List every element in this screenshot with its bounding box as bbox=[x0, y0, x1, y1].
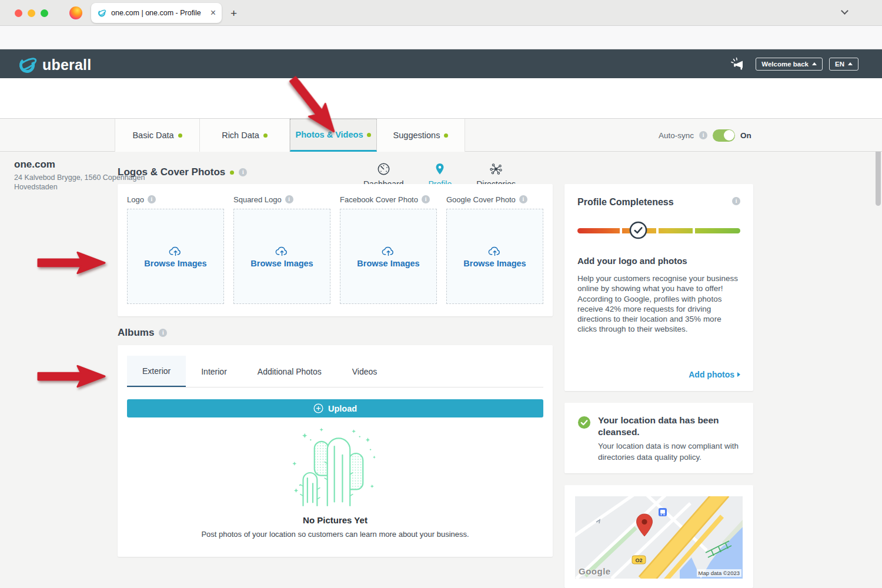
album-tabs: Exterior Interior Additional Photos Vide… bbox=[127, 356, 543, 387]
albums-section-heading: Albums bbox=[118, 327, 167, 339]
albums-card: Exterior Interior Additional Photos Vide… bbox=[118, 345, 553, 557]
google-map[interactable]: O2 Google Map data ©2023 bbox=[575, 496, 743, 579]
uploader-label: Facebook Cover Photo bbox=[340, 195, 418, 204]
upload-button[interactable]: Upload bbox=[127, 399, 543, 417]
add-photos-label: Add photos bbox=[689, 370, 734, 379]
browse-images-button[interactable]: Browse Images bbox=[250, 259, 313, 268]
location-cleansed-card: Your location data has been cleansed. Yo… bbox=[564, 403, 753, 473]
tab-rich-data[interactable]: Rich Data bbox=[200, 119, 290, 152]
announcement-megaphone-icon[interactable] bbox=[730, 56, 746, 72]
map-attribution: Map data ©2023 bbox=[697, 569, 741, 577]
albums-heading-label: Albums bbox=[118, 327, 154, 339]
tab-label: Suggestions bbox=[393, 131, 440, 140]
caret-up-icon bbox=[848, 62, 853, 65]
album-tab-videos[interactable]: Videos bbox=[337, 356, 393, 387]
uberall-logo-icon bbox=[16, 55, 38, 75]
browser-toolbar: https://uberall.one.com/en/app/one_uk/lo… bbox=[0, 26, 882, 49]
empty-state: No Pictures Yet Post photos of your loca… bbox=[127, 426, 543, 539]
logos-card: Logo Browse Images Squared Logo Browse I… bbox=[118, 184, 553, 316]
info-icon[interactable] bbox=[699, 131, 707, 139]
new-tab-button[interactable] bbox=[230, 7, 237, 20]
profile-completeness-card: Profile Completeness Add your logo and p… bbox=[564, 184, 753, 391]
window-minimize-button[interactable] bbox=[28, 9, 35, 17]
map-card: O2 Google Map data ©2023 bbox=[564, 485, 753, 588]
info-icon[interactable] bbox=[159, 329, 167, 337]
toggle-knob bbox=[724, 130, 734, 141]
browse-images-dropzone[interactable]: Browse Images bbox=[127, 209, 224, 304]
uploader-facebook-cover: Facebook Cover Photo Browse Images bbox=[340, 193, 437, 304]
upload-button-label: Upload bbox=[328, 404, 357, 413]
language-label: EN bbox=[835, 61, 844, 68]
tab-close-icon[interactable] bbox=[211, 8, 216, 18]
cactus-illustration bbox=[287, 426, 384, 507]
logos-section-heading: Logos & Cover Photos bbox=[118, 166, 247, 178]
info-icon[interactable] bbox=[519, 195, 527, 203]
window-maximize-button[interactable] bbox=[41, 9, 48, 17]
browse-images-dropzone[interactable]: Browse Images bbox=[446, 209, 543, 304]
tab-list-chevron-icon[interactable] bbox=[841, 7, 848, 15]
app-header: uberall Welcome back EN bbox=[0, 49, 882, 78]
empty-state-title: No Pictures Yet bbox=[127, 515, 543, 525]
completeness-body: Help your customers recognise your busin… bbox=[577, 273, 740, 335]
status-dot bbox=[367, 133, 371, 137]
progress-segment-gap bbox=[620, 228, 622, 233]
status-dot bbox=[230, 171, 234, 175]
caret-up-icon bbox=[812, 62, 817, 65]
location-header: one.com 24 Kalvebod Brygge, 1560 Copenha… bbox=[0, 78, 882, 119]
cloud-upload-icon bbox=[488, 245, 502, 256]
album-tab-exterior[interactable]: Exterior bbox=[127, 356, 186, 387]
autosync-state: On bbox=[740, 131, 751, 140]
add-photos-link[interactable]: Add photos bbox=[689, 370, 740, 379]
cloud-upload-icon bbox=[169, 245, 182, 256]
uploader-logo: Logo Browse Images bbox=[127, 193, 224, 304]
info-icon[interactable] bbox=[239, 168, 247, 176]
info-icon[interactable] bbox=[285, 195, 293, 203]
plus-circle-icon bbox=[313, 403, 323, 413]
cloud-upload-icon bbox=[275, 245, 289, 256]
brand-logo[interactable]: uberall bbox=[16, 55, 91, 75]
cleansed-title: Your location data has been cleansed. bbox=[598, 415, 740, 438]
dashboard-speedometer-icon bbox=[377, 162, 390, 176]
language-button[interactable]: EN bbox=[829, 58, 858, 71]
firefox-icon bbox=[69, 6, 82, 19]
info-icon[interactable] bbox=[422, 195, 430, 203]
info-icon[interactable] bbox=[148, 195, 156, 203]
browse-images-dropzone[interactable]: Browse Images bbox=[340, 209, 437, 304]
location-address-line2: Hovedstaden bbox=[14, 183, 58, 191]
tab-label: Rich Data bbox=[222, 131, 259, 140]
status-dot bbox=[178, 133, 182, 138]
browse-images-button[interactable]: Browse Images bbox=[144, 259, 206, 268]
browse-images-dropzone[interactable]: Browse Images bbox=[233, 209, 330, 304]
window-controls[interactable] bbox=[15, 9, 48, 17]
location-name: one.com bbox=[14, 159, 55, 171]
brand-name: uberall bbox=[42, 56, 91, 74]
welcome-back-label: Welcome back bbox=[761, 61, 808, 68]
cleansed-body: Your location data is now compliant with… bbox=[598, 441, 740, 463]
browse-images-button[interactable]: Browse Images bbox=[463, 259, 526, 268]
profile-tab-row: Basic Data Rich Data Photos & Videos Sug… bbox=[0, 119, 882, 152]
info-icon[interactable] bbox=[732, 197, 740, 205]
triangle-right-icon bbox=[737, 372, 740, 377]
tab-basic-data[interactable]: Basic Data bbox=[115, 119, 200, 152]
album-tab-additional-photos[interactable]: Additional Photos bbox=[242, 356, 337, 387]
autosync-toggle[interactable] bbox=[713, 129, 735, 142]
google-logo: Google bbox=[579, 566, 611, 576]
progress-gradient-bar bbox=[577, 228, 740, 233]
progress-segment-gap bbox=[656, 228, 659, 233]
completeness-heading: Add your logo and photos bbox=[577, 256, 740, 266]
directories-network-icon bbox=[489, 162, 503, 176]
browse-images-button[interactable]: Browse Images bbox=[357, 259, 419, 268]
road-label-badge: O2 bbox=[632, 556, 646, 564]
annotation-arrow-exterior-tab bbox=[37, 365, 106, 388]
album-tab-interior[interactable]: Interior bbox=[186, 356, 242, 387]
annotation-arrow-browse-images bbox=[37, 251, 106, 275]
road-label: O2 bbox=[635, 557, 642, 563]
uploader-squared-logo: Squared Logo Browse Images bbox=[233, 193, 330, 304]
window-close-button[interactable] bbox=[15, 9, 22, 17]
welcome-back-button[interactable]: Welcome back bbox=[756, 58, 823, 71]
browser-tab[interactable]: one.com | one.com - Profile bbox=[91, 3, 222, 23]
progress-segment-gap bbox=[693, 228, 695, 233]
tab-title: one.com | one.com - Profile bbox=[111, 9, 206, 17]
logos-heading-label: Logos & Cover Photos bbox=[118, 166, 225, 178]
tab-suggestions[interactable]: Suggestions bbox=[377, 119, 465, 152]
